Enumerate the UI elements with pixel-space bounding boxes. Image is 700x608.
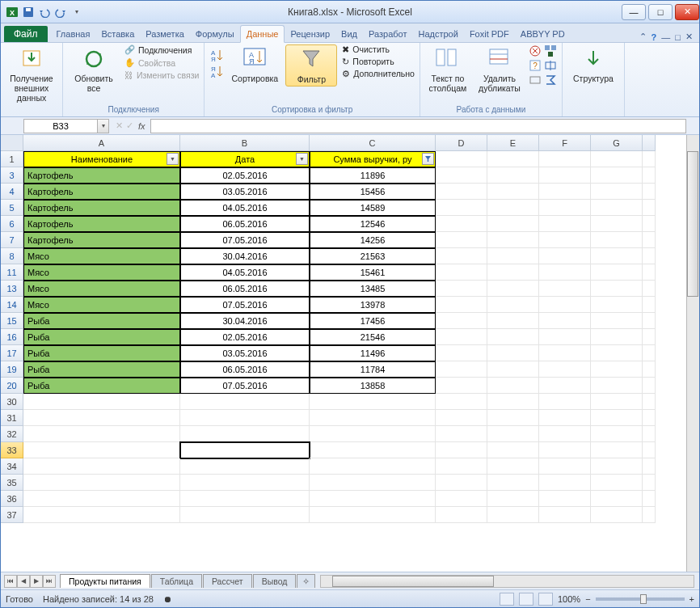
cell-amount[interactable]: 15461 [310,264,436,281]
empty-cell[interactable] [539,151,591,167]
maximize-button[interactable]: □ [648,4,673,20]
cell-date[interactable]: 02.05.2016 [180,167,310,184]
empty-cell[interactable] [539,426,591,442]
cell-amount[interactable]: 14256 [310,232,436,248]
empty-cell[interactable] [436,394,487,410]
sheet-nav-first[interactable]: ⏮ [4,575,17,588]
empty-cell[interactable] [539,361,591,378]
row-header[interactable]: 37 [1,507,23,523]
empty-cell[interactable] [539,264,591,281]
spreadsheet-grid[interactable]: ABCDEFG1НаименованиеДатаСумма выручки, р… [1,135,699,523]
cell-amount[interactable]: 17456 [310,313,436,329]
empty-cell[interactable] [539,232,591,248]
empty-cell[interactable] [487,313,539,329]
empty-cell[interactable] [436,442,487,458]
row-header[interactable]: 20 [1,378,23,394]
cell-date[interactable]: 03.05.2016 [180,184,310,200]
cell-name[interactable]: Картофель [23,200,180,216]
empty-cell[interactable] [487,378,539,394]
name-box[interactable]: B33 [23,119,98,133]
cell-name[interactable]: Картофель [23,184,180,200]
name-box-dropdown[interactable]: ▾ [98,119,109,133]
cancel-icon[interactable]: ✕ [116,120,123,131]
cell-name[interactable]: Мясо [23,281,180,297]
cell-amount[interactable]: 12546 [310,216,436,232]
sheet-nav-prev[interactable]: ◀ [17,575,30,588]
cell-name[interactable]: Рыба [23,313,180,329]
empty-cell[interactable] [539,200,591,216]
mdi-close-icon[interactable]: ✕ [685,32,693,42]
empty-cell[interactable] [23,426,180,442]
row-header[interactable]: 7 [1,232,23,248]
row-header[interactable]: 14 [1,297,23,313]
empty-cell[interactable] [180,491,310,507]
subtotal-icon[interactable] [544,74,557,87]
empty-cell[interactable] [436,410,487,426]
empty-cell[interactable] [436,475,487,491]
empty-cell[interactable] [436,458,487,475]
empty-cell[interactable] [591,297,643,313]
table-header[interactable]: Наименование [23,151,180,167]
empty-cell[interactable] [23,491,180,507]
properties-button[interactable]: ✋Свойства [124,57,199,68]
tab-formulas[interactable]: Формулы [190,26,240,42]
empty-cell[interactable] [487,151,539,167]
filter-dropdown-button[interactable] [422,153,434,165]
empty-cell[interactable] [487,507,539,523]
sort-za-button[interactable]: ЯA [209,64,224,78]
empty-cell[interactable] [436,151,487,167]
save-icon[interactable] [22,6,35,19]
empty-cell[interactable] [539,329,591,345]
empty-cell[interactable] [436,361,487,378]
empty-cell[interactable] [487,264,539,281]
row-header[interactable]: 31 [1,410,23,426]
zoom-out-button[interactable]: − [585,594,590,604]
sheet-nav-next[interactable]: ▶ [30,575,43,588]
row-header[interactable]: 16 [1,329,23,345]
empty-cell[interactable] [310,458,436,475]
cell-amount[interactable]: 11896 [310,167,436,184]
empty-cell[interactable] [591,458,643,475]
cell-date[interactable]: 04.05.2016 [180,264,310,281]
empty-cell[interactable] [539,248,591,264]
empty-cell[interactable] [591,200,643,216]
col-header-A[interactable]: A [23,135,180,151]
empty-cell[interactable] [539,167,591,184]
view-break-button[interactable] [538,593,553,606]
empty-cell[interactable] [487,216,539,232]
empty-cell[interactable] [180,475,310,491]
cell-amount[interactable]: 13858 [310,378,436,394]
row-header[interactable]: 35 [1,475,23,491]
empty-cell[interactable] [436,378,487,394]
empty-cell[interactable] [539,507,591,523]
row-header[interactable]: 3 [1,167,23,184]
empty-cell[interactable] [487,345,539,361]
sheet-tab-2[interactable]: Рассчет [203,574,252,588]
fx-icon[interactable]: fx [138,121,145,131]
view-layout-button[interactable] [519,593,533,606]
empty-cell[interactable] [539,491,591,507]
enter-icon[interactable]: ✓ [126,120,133,131]
zoom-slider[interactable] [596,597,685,601]
vscroll-thumb[interactable] [687,151,698,297]
row-header[interactable]: 15 [1,313,23,329]
refresh-all-button[interactable]: Обновить все [68,44,120,95]
empty-cell[interactable] [591,329,643,345]
empty-cell[interactable] [487,184,539,200]
row-header[interactable]: 13 [1,281,23,297]
tab-data[interactable]: Данные [240,25,285,43]
tab-file[interactable]: Файл [4,26,48,42]
empty-cell[interactable] [591,313,643,329]
empty-cell[interactable] [487,475,539,491]
get-external-data-button[interactable]: Получение внешних данных [6,44,57,104]
empty-cell[interactable] [487,248,539,264]
row-header[interactable]: 17 [1,345,23,361]
hscroll-thumb[interactable] [332,576,494,587]
empty-cell[interactable] [487,232,539,248]
row-header[interactable]: 32 [1,426,23,442]
empty-cell[interactable] [591,491,643,507]
sheet-tab-1[interactable]: Таблица [151,574,202,588]
consolidate-icon[interactable] [544,44,557,57]
empty-cell[interactable] [310,507,436,523]
empty-cell[interactable] [539,475,591,491]
